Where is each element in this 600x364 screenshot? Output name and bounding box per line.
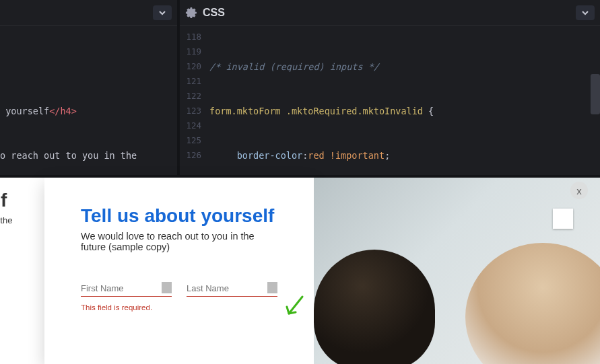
image-placeholder-box bbox=[553, 209, 573, 229]
last-name-input[interactable] bbox=[187, 281, 277, 297]
first-name-input[interactable] bbox=[81, 281, 172, 297]
bg-sub-fragment: you in the bbox=[0, 215, 12, 225]
code-text: o reach out to you in the bbox=[0, 150, 142, 161]
first-name-field-wrapper bbox=[81, 281, 172, 297]
line-gutter: 118 119 120 121 122 123 124 125 126 bbox=[180, 30, 207, 163]
code-tag: </h4> bbox=[49, 106, 77, 116]
css-editor-pane: CSS 118 119 120 121 122 123 124 125 126 … bbox=[180, 0, 600, 175]
css-pane-title: CSS bbox=[203, 7, 225, 19]
annotation-arrow-icon bbox=[279, 293, 306, 320]
code-prop: border-color bbox=[237, 150, 303, 161]
line-number: 126 bbox=[180, 148, 201, 163]
form-subcopy: We would love to reach out to you in the… bbox=[81, 231, 277, 252]
line-number: 125 bbox=[180, 133, 201, 148]
lightbox-hero-image: x bbox=[314, 178, 600, 364]
required-indicator-icon bbox=[162, 282, 172, 292]
code-selector: form.mktoForm .mktoRequired.mktoInvalid bbox=[209, 106, 423, 116]
html-collapse-button[interactable] bbox=[153, 5, 172, 20]
gear-icon[interactable] bbox=[185, 7, 197, 19]
close-label: x bbox=[576, 185, 582, 196]
html-pane-header bbox=[0, 0, 177, 26]
required-indicator-icon bbox=[267, 282, 277, 292]
form-heading: Tell us about yourself bbox=[81, 206, 277, 225]
scrollbar-thumb[interactable] bbox=[591, 74, 600, 114]
code-text: yourself bbox=[0, 106, 49, 116]
html-editor-pane: yourself</h4> o reach out to you in the … bbox=[0, 0, 177, 175]
background-page-content: self you in the bbox=[0, 190, 12, 225]
last-name-field-wrapper bbox=[187, 281, 277, 297]
chevron-down-icon bbox=[581, 9, 589, 17]
preview-pane: self you in the Tell us about yourself W… bbox=[0, 178, 600, 364]
css-pane-header: CSS bbox=[180, 0, 600, 26]
line-number: 123 bbox=[180, 104, 201, 118]
code-brace: { bbox=[423, 106, 434, 116]
line-number: 121 bbox=[180, 74, 201, 89]
chevron-down-icon bbox=[158, 9, 166, 17]
code-val: !important bbox=[325, 150, 385, 161]
bg-heading-fragment: self bbox=[0, 190, 12, 211]
validation-error-message: This field is required. bbox=[81, 303, 277, 312]
form-lightbox: Tell us about yourself We would love to … bbox=[44, 178, 314, 364]
code-comment: /* invalid (required) inputs */ bbox=[209, 61, 379, 72]
css-collapse-button[interactable] bbox=[576, 5, 595, 20]
code-semi: ; bbox=[385, 150, 390, 161]
line-number: 120 bbox=[180, 59, 201, 74]
code-val: red bbox=[308, 150, 324, 161]
line-number: 119 bbox=[180, 44, 201, 59]
line-number: 122 bbox=[180, 89, 201, 104]
line-number: 124 bbox=[180, 118, 201, 133]
line-number: 118 bbox=[180, 30, 201, 44]
lightbox-close-button[interactable]: x bbox=[570, 182, 588, 199]
